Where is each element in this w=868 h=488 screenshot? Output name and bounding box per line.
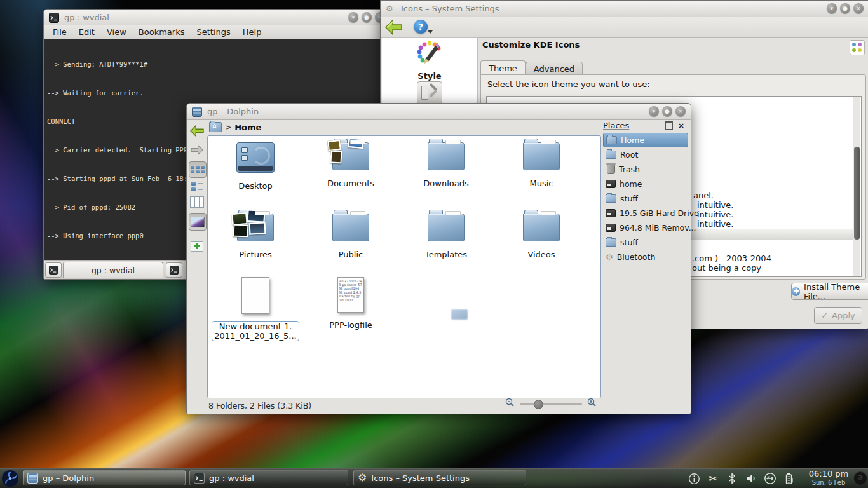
- maximize-button[interactable]: ●: [362, 12, 372, 22]
- places-item-root[interactable]: Root: [603, 147, 688, 162]
- places-item-hard-drive[interactable]: 19.5 GiB Hard Drive: [603, 206, 688, 220]
- settings-app-icon: ⚙: [386, 4, 396, 14]
- breadcrumb-location[interactable]: Home: [234, 123, 261, 132]
- taskbar-task-wvdial[interactable]: gp : wvdial: [189, 470, 348, 485]
- folder-item-documents[interactable]: Documents: [306, 142, 395, 188]
- klipper-scissors-icon[interactable]: ✂: [707, 472, 719, 485]
- close-button[interactable]: ×: [675, 106, 686, 116]
- folder-item-videos[interactable]: Videos: [497, 214, 586, 259]
- dot-icon: [852, 48, 856, 52]
- style-icon: [416, 39, 444, 67]
- menu-item-view[interactable]: View: [107, 27, 126, 37]
- folder-item-public[interactable]: Public: [306, 214, 395, 259]
- split-view-button[interactable]: [189, 240, 205, 253]
- bluetooth-icon[interactable]: [726, 472, 738, 485]
- volume-icon[interactable]: [745, 472, 757, 485]
- folder-icon: [523, 142, 560, 170]
- zoom-in-icon[interactable]: [587, 398, 597, 410]
- folder-item-desktop[interactable]: Desktop: [211, 142, 300, 191]
- usb-device-notifier-icon[interactable]: [764, 472, 776, 485]
- back-button[interactable]: [189, 123, 205, 139]
- close-panel-icon[interactable]: ×: [678, 121, 684, 130]
- taskbar-task-system-settings[interactable]: ⚙ Icons – System Settings: [353, 470, 526, 485]
- minimize-button[interactable]: ▾: [348, 12, 358, 22]
- theme-list-text: intuitive.: [697, 210, 733, 219]
- folder-item-downloads[interactable]: Downloads: [402, 142, 491, 188]
- overview-button[interactable]: [850, 40, 865, 55]
- back-button[interactable]: [384, 19, 403, 36]
- scrollbar[interactable]: [853, 97, 860, 276]
- scrollbar-handle[interactable]: [854, 147, 860, 240]
- notifications-info-icon[interactable]: [688, 472, 700, 485]
- panel-cashew-button[interactable]: [853, 471, 868, 488]
- menu-item-help[interactable]: Help: [243, 27, 262, 37]
- app-launcher-button[interactable]: [1, 470, 19, 487]
- install-theme-file-button[interactable]: Install Theme File...: [791, 283, 868, 300]
- float-panel-icon[interactable]: [665, 121, 673, 130]
- places-item-trash[interactable]: Trash: [603, 162, 688, 177]
- dolphin-file-view[interactable]: Desktop Documents Downloads Music: [207, 135, 601, 398]
- places-item-bluetooth[interactable]: ⚙ Bluetooth: [603, 250, 688, 264]
- settings-titlebar[interactable]: ⚙ Icons – System Settings ▾ ● ×: [381, 1, 868, 17]
- minimize-button[interactable]: ▾: [649, 106, 659, 116]
- breadcrumb-home-button[interactable]: ⌂: [209, 122, 222, 133]
- help-button[interactable]: ?: [412, 19, 431, 36]
- digital-clock[interactable]: 06:10 pm Sun, 6 Feb: [804, 470, 853, 487]
- places-item-home[interactable]: Home: [603, 133, 688, 147]
- folder-label: Videos: [497, 250, 586, 259]
- maximize-button[interactable]: ●: [662, 106, 672, 116]
- maximize-button[interactable]: ●: [840, 3, 850, 13]
- cashew-icon: [853, 471, 868, 486]
- icons-view-button[interactable]: [189, 161, 207, 178]
- page-title: Customize KDE Icons: [482, 40, 580, 50]
- taskbar-task-dolphin[interactable]: gp – Dolphin: [23, 470, 186, 485]
- places-label: Trash: [619, 165, 640, 174]
- theme-description-text: out being a copy: [692, 263, 761, 273]
- folder-item-templates[interactable]: Templates: [402, 214, 491, 259]
- forward-button[interactable]: [189, 143, 205, 157]
- details-view-button[interactable]: [189, 180, 205, 193]
- dot-icon: [858, 43, 862, 46]
- columns-view-button[interactable]: [189, 196, 205, 208]
- file-item-new-document[interactable]: New document 1.2011_01_20_16_5...: [211, 277, 300, 341]
- folder-item-music[interactable]: Music: [497, 142, 586, 188]
- tab-list-button[interactable]: [166, 262, 182, 278]
- menu-item-bookmarks[interactable]: Bookmarks: [139, 27, 185, 37]
- menu-item-settings[interactable]: Settings: [196, 27, 230, 37]
- places-item-home-partition[interactable]: home: [603, 177, 688, 191]
- file-item-ppp-logfile[interactable]: Jan 17 09:47:18 gp-Aspire-5738 pppd[1946…: [306, 277, 395, 330]
- zoom-slider[interactable]: [520, 403, 582, 405]
- menu-item-file[interactable]: File: [53, 27, 67, 37]
- sidebar-item-style[interactable]: Style: [382, 39, 477, 81]
- theme-list-text: anel.: [693, 191, 714, 200]
- places-label: Bluetooth: [617, 252, 656, 262]
- menu-item-edit[interactable]: Edit: [79, 27, 95, 37]
- terminal-title: gp : wvdial: [64, 13, 109, 22]
- zoom-slider-handle[interactable]: [534, 400, 543, 409]
- places-item-stuff2[interactable]: stuff: [603, 235, 688, 250]
- places-item-removable[interactable]: 964.8 MiB Remov...: [603, 220, 688, 235]
- terminal-titlebar[interactable]: gp : wvdial ▾ ● ×: [44, 10, 390, 26]
- disk-icon: [606, 180, 616, 188]
- minimize-button[interactable]: ▾: [827, 3, 837, 13]
- new-tab-button[interactable]: [45, 262, 62, 278]
- apply-button[interactable]: ✓ Apply: [814, 307, 862, 324]
- folder-item-pictures[interactable]: Pictures: [211, 214, 300, 259]
- taskbar: gp – Dolphin gp : wvdial ⚙ Icons – Syste…: [0, 468, 868, 488]
- launcher-icon: [1, 470, 19, 487]
- folder-label: Pictures: [211, 250, 300, 259]
- preview-button[interactable]: [189, 213, 207, 231]
- battery-monitor-icon[interactable]: [783, 472, 796, 485]
- close-button[interactable]: ×: [853, 3, 864, 13]
- zoom-out-icon[interactable]: [505, 398, 515, 410]
- apply-button-label: Apply: [832, 311, 855, 320]
- clock-date: Sun, 6 Feb: [804, 478, 853, 487]
- terminal-task-icon: [194, 473, 205, 484]
- folder-label: Documents: [306, 179, 395, 188]
- dolphin-titlebar[interactable]: gp – Dolphin ▾ ● ×: [187, 104, 691, 120]
- folder-label: Desktop: [211, 181, 300, 191]
- places-item-stuff[interactable]: stuff: [603, 191, 688, 206]
- sidebar-item-workspace-icon[interactable]: [417, 81, 442, 104]
- disk-icon: [606, 224, 616, 232]
- terminal-tab[interactable]: gp : wvdial: [63, 262, 163, 278]
